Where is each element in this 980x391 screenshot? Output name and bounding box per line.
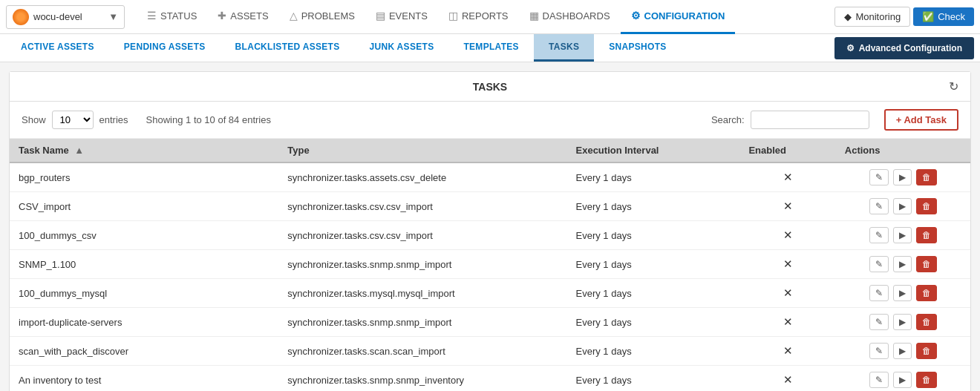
nav-label-assets: ASSETS (230, 10, 268, 22)
delete-button-6[interactable]: 🗑 (916, 343, 937, 359)
nav-item-reports[interactable]: ◫ REPORTS (438, 0, 519, 34)
cell-task-name-5: import-duplicate-servers (10, 308, 278, 337)
run-button-0[interactable]: ▶ (893, 169, 912, 185)
delete-button-5[interactable]: 🗑 (916, 314, 937, 330)
cell-type-2: synchronizer.tasks.csv.csv_import (278, 221, 566, 250)
reports-icon: ◫ (448, 10, 458, 22)
cell-actions-6: ✎ ▶ 🗑 (836, 337, 970, 366)
delete-button-7[interactable]: 🗑 (916, 372, 937, 388)
run-button-4[interactable]: ▶ (893, 285, 912, 301)
run-button-2[interactable]: ▶ (893, 227, 912, 243)
brand-selector[interactable]: wocu-devel ▼ (6, 5, 125, 29)
cell-interval-0: Every 1 days (567, 162, 740, 192)
add-task-button[interactable]: + Add Task (884, 109, 958, 131)
adv-config-label: Advanced Configuration (859, 43, 962, 53)
monitoring-label: Monitoring (855, 11, 901, 22)
col-header-task-name[interactable]: Task Name ▲ (10, 139, 278, 162)
refresh-icon[interactable]: ↻ (949, 80, 958, 93)
delete-button-2[interactable]: 🗑 (916, 227, 937, 243)
cell-interval-5: Every 1 days (567, 308, 740, 337)
nav-label-events: EVENTS (389, 10, 428, 22)
tab-active-assets[interactable]: ACTIVE ASSETS (6, 34, 109, 62)
tab-blacklisted-assets[interactable]: BLACKLISTED ASSETS (220, 34, 355, 62)
table-row: import-duplicate-servers synchronizer.ta… (10, 308, 970, 337)
tab-templates[interactable]: TEMPLATES (448, 34, 533, 62)
check-button[interactable]: ✅ Check (913, 7, 974, 26)
run-button-7[interactable]: ▶ (893, 372, 912, 388)
cell-actions-2: ✎ ▶ 🗑 (836, 221, 970, 250)
edit-button-7[interactable]: ✎ (869, 372, 889, 388)
cell-enabled-0: ✕ (739, 162, 835, 192)
dashboards-icon: ▦ (529, 10, 539, 22)
run-button-3[interactable]: ▶ (893, 256, 912, 272)
tab-pending-assets[interactable]: PENDING ASSETS (109, 34, 220, 62)
cell-task-name-0: bgp_routers (10, 162, 278, 192)
sort-icon: ▲ (74, 145, 84, 156)
entries-select[interactable]: 10 25 50 100 (52, 111, 94, 129)
edit-button-6[interactable]: ✎ (869, 343, 889, 359)
search-input[interactable] (751, 111, 869, 129)
edit-button-5[interactable]: ✎ (869, 314, 889, 330)
tab-junk-assets[interactable]: JUNK ASSETS (355, 34, 449, 62)
enabled-indicator: ✕ (783, 286, 793, 299)
top-nav: wocu-devel ▼ ☰ STATUS ✚ ASSETS △ PROBLEM… (0, 0, 980, 34)
table-row: 100_dummys_csv synchronizer.tasks.csv.cs… (10, 221, 970, 250)
table-row: An inventory to test synchronizer.tasks.… (10, 366, 970, 392)
brand-logo-icon (13, 9, 29, 25)
nav-item-dashboards[interactable]: ▦ DASHBOARDS (519, 0, 621, 34)
tasks-card: TASKS ↻ Show 10 25 50 100 entries Showin… (9, 71, 971, 391)
tab-tasks[interactable]: TASKS (534, 34, 594, 62)
run-button-5[interactable]: ▶ (893, 314, 912, 330)
edit-button-1[interactable]: ✎ (869, 198, 889, 214)
cell-actions-1: ✎ ▶ 🗑 (836, 192, 970, 221)
cell-type-7: synchronizer.tasks.snmp.snmp_inventory (278, 366, 566, 392)
edit-button-4[interactable]: ✎ (869, 285, 889, 301)
nav-item-configuration[interactable]: ⚙ CONFIGURATION (621, 0, 736, 34)
entries-label: entries (99, 114, 128, 125)
problems-icon: △ (290, 10, 298, 22)
cell-task-name-1: CSV_import (10, 192, 278, 221)
run-button-1[interactable]: ▶ (893, 198, 912, 214)
delete-button-0[interactable]: 🗑 (916, 169, 937, 185)
cell-actions-7: ✎ ▶ 🗑 (836, 366, 970, 392)
cell-interval-4: Every 1 days (567, 279, 740, 308)
delete-button-4[interactable]: 🗑 (916, 285, 937, 301)
advanced-configuration-tab[interactable]: ⚙ Advanced Configuration (834, 37, 974, 59)
nav-item-events[interactable]: ▤ EVENTS (365, 0, 438, 34)
cell-enabled-5: ✕ (739, 308, 835, 337)
enabled-indicator: ✕ (783, 229, 793, 241)
edit-button-3[interactable]: ✎ (869, 256, 889, 272)
nav-right: ◆ Monitoring ✅ Check (834, 7, 974, 27)
card-title: TASKS (334, 81, 647, 93)
main-content: TASKS ↻ Show 10 25 50 100 entries Showin… (0, 62, 980, 391)
table-row: CSV_import synchronizer.tasks.csv.csv_im… (10, 192, 970, 221)
assets-icon: ✚ (218, 10, 226, 22)
brand-dropdown-icon: ▼ (108, 11, 118, 22)
delete-button-3[interactable]: 🗑 (916, 256, 937, 272)
delete-button-1[interactable]: 🗑 (916, 198, 937, 214)
nav-item-status[interactable]: ☰ STATUS (137, 0, 207, 34)
cell-actions-3: ✎ ▶ 🗑 (836, 250, 970, 279)
monitoring-button[interactable]: ◆ Monitoring (834, 7, 910, 27)
nav-label-problems: PROBLEMS (301, 10, 355, 22)
events-icon: ▤ (376, 10, 385, 22)
cell-interval-2: Every 1 days (567, 221, 740, 250)
cell-type-6: synchronizer.tasks.scan.scan_import (278, 337, 566, 366)
nav-item-problems[interactable]: △ PROBLEMS (279, 0, 365, 34)
cell-task-name-2: 100_dummys_csv (10, 221, 278, 250)
cell-interval-6: Every 1 days (567, 337, 740, 366)
card-header: TASKS ↻ (10, 72, 970, 102)
edit-button-2[interactable]: ✎ (869, 227, 889, 243)
tasks-table: Task Name ▲ Type Execution Interval Enab… (10, 139, 970, 391)
tab-snapshots[interactable]: SNAPSHOTS (594, 34, 681, 62)
adv-config-icon: ⚙ (846, 43, 855, 53)
run-button-6[interactable]: ▶ (893, 343, 912, 359)
col-header-actions: Actions (836, 139, 970, 162)
table-row: 100_dummys_mysql synchronizer.tasks.mysq… (10, 279, 970, 308)
cell-enabled-1: ✕ (739, 192, 835, 221)
col-header-interval: Execution Interval (567, 139, 740, 162)
cell-type-5: synchronizer.tasks.snmp.snmp_import (278, 308, 566, 337)
edit-button-0[interactable]: ✎ (869, 169, 889, 185)
nav-item-assets[interactable]: ✚ ASSETS (207, 0, 278, 34)
search-area: Search: + Add Task (711, 109, 958, 131)
